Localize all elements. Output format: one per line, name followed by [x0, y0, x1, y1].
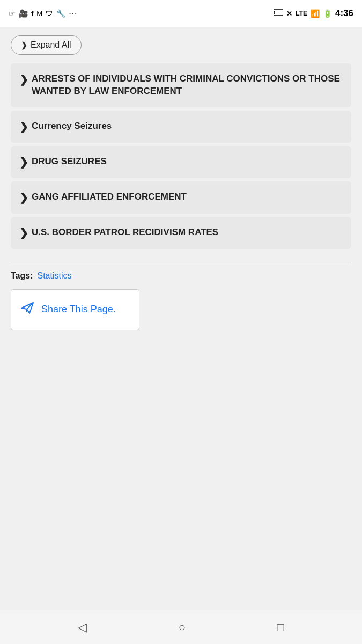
tag-statistics[interactable]: Statistics [37, 271, 71, 281]
home-button[interactable]: ○ [170, 616, 194, 639]
accordion-list: ❯ ARRESTS OF INDIVIDUALS WITH CRIMINAL C… [11, 63, 351, 249]
tags-label: Tags: [11, 271, 33, 281]
accordion-item-border[interactable]: ❯ U.S. BORDER PATROL RECIDIVISM RATES [11, 217, 351, 249]
more-icon: ··· [69, 9, 77, 18]
video-icon: 🎥 [19, 9, 28, 18]
time-display: 4:36 [335, 8, 353, 19]
accordion-chevron-border: ❯ [19, 226, 28, 239]
broom-icon: 🔧 [56, 9, 65, 18]
share-box[interactable]: Share This Page. [11, 289, 139, 330]
share-text: Share This Page. [41, 304, 116, 315]
main-content: ❯ Expand All ❯ ARRESTS OF INDIVIDUALS WI… [0, 27, 362, 610]
gmail-icon: M [36, 10, 42, 18]
accordion-item-drug[interactable]: ❯ DRUG SEIZURES [11, 146, 351, 178]
accordion-text-gang: GANG AFFILIATED ENFORCEMENT [32, 191, 187, 203]
battery-icon: 🔋 [323, 9, 332, 18]
svg-point-1 [274, 14, 275, 16]
expand-all-button[interactable]: ❯ Expand All [11, 35, 82, 55]
accordion-text-currency: Currency Seizures [32, 120, 112, 133]
accordion-item-arrests[interactable]: ❯ ARRESTS OF INDIVIDUALS WITH CRIMINAL C… [11, 63, 351, 107]
accordion-item-currency[interactable]: ❯ Currency Seizures [11, 111, 351, 143]
nav-bar: ◁ ○ □ [0, 610, 362, 644]
accordion-chevron-currency: ❯ [19, 120, 28, 133]
status-bar-left: ☞ 🎥 f M 🛡 🔧 ··· [9, 9, 78, 18]
expand-all-chevron: ❯ [21, 41, 27, 49]
accordion-chevron-drug: ❯ [19, 156, 28, 169]
accordion-chevron-gang: ❯ [19, 191, 28, 204]
accordion-text-drug: DRUG SEIZURES [32, 156, 107, 168]
accordion-item-gang[interactable]: ❯ GANG AFFILIATED ENFORCEMENT [11, 181, 351, 214]
section-divider [11, 262, 351, 262]
hand-icon: ☞ [9, 9, 16, 18]
share-icon [20, 301, 35, 319]
tags-section: Tags: Statistics [11, 271, 351, 281]
cast-icon [274, 9, 283, 18]
shield-icon: 🛡 [46, 9, 53, 18]
back-button[interactable]: ◁ [69, 616, 95, 639]
status-bar: ☞ 🎥 f M 🛡 🔧 ··· ✕ LTE 📶 🔋 4:36 [0, 0, 362, 27]
wifi-x-icon: ✕ [286, 10, 292, 18]
signal-icon: 📶 [311, 9, 320, 18]
recent-apps-button[interactable]: □ [268, 616, 292, 639]
lte-icon: LTE [295, 10, 307, 17]
accordion-text-border: U.S. BORDER PATROL RECIDIVISM RATES [32, 226, 218, 239]
accordion-text-arrests: ARRESTS OF INDIVIDUALS WITH CRIMINAL CON… [32, 73, 343, 98]
facebook-icon: f [31, 10, 33, 18]
expand-all-label: Expand All [31, 40, 71, 50]
status-bar-right: ✕ LTE 📶 🔋 4:36 [274, 8, 353, 19]
accordion-chevron-arrests: ❯ [19, 73, 28, 86]
